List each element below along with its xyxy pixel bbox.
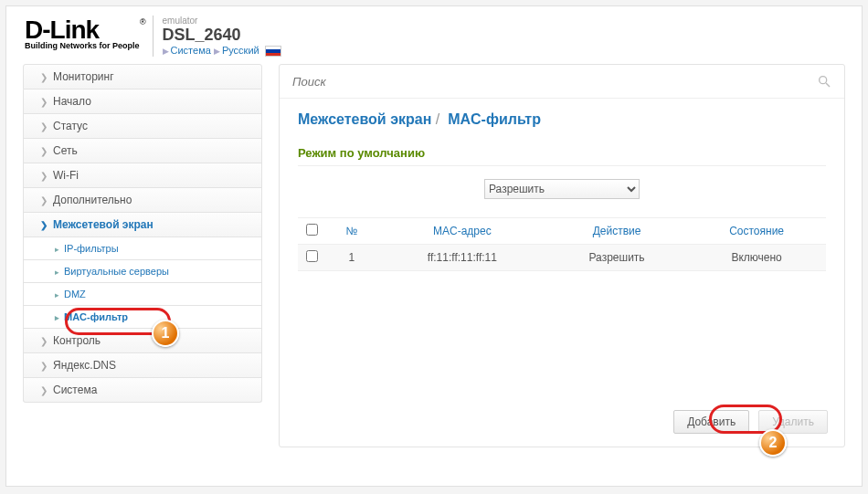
search-input[interactable] bbox=[292, 75, 817, 89]
sidebar-item-additional[interactable]: ❯Дополнительно bbox=[23, 188, 262, 213]
table-row[interactable]: 1 ff:11:ff:11:ff:11 Разрешить Включено bbox=[298, 245, 826, 271]
chevron-right-icon: ❯ bbox=[40, 146, 48, 156]
chevron-right-icon: ❯ bbox=[40, 195, 48, 205]
sidebar-sub-macfilter[interactable]: ▸MAC-фильтр bbox=[23, 306, 262, 329]
chevron-right-icon: ❯ bbox=[40, 171, 48, 181]
search-icon[interactable] bbox=[817, 74, 831, 89]
cell-action: Разрешить bbox=[546, 245, 687, 271]
cell-mac: ff:11:ff:11:ff:11 bbox=[378, 245, 546, 271]
sidebar-item-system[interactable]: ❯Система bbox=[23, 378, 262, 403]
sidebar-item-start[interactable]: ❯Начало bbox=[23, 89, 262, 114]
sidebar-item-label: Система bbox=[53, 384, 97, 396]
sidebar-item-status[interactable]: ❯Статус bbox=[23, 114, 262, 139]
chevron-right-icon: ▸ bbox=[55, 268, 59, 277]
section-title-mode: Режим по умолчанию bbox=[298, 137, 826, 166]
sidebar-item-label: Wi-Fi bbox=[53, 169, 79, 182]
mac-table: № MAC-адрес Действие Состояние 1 ff:11:f… bbox=[298, 217, 826, 271]
logo-block: D-Link Building Networks for People bbox=[25, 16, 140, 50]
chevron-right-icon: ❯ bbox=[40, 121, 48, 131]
sidebar-sub-vservers[interactable]: ▸Виртуальные серверы bbox=[23, 260, 262, 283]
emulator-label: emulator bbox=[163, 16, 281, 26]
sidebar-item-label: Сеть bbox=[53, 144, 78, 157]
svg-point-0 bbox=[820, 77, 827, 84]
sidebar-item-wifi[interactable]: ❯Wi-Fi bbox=[23, 163, 262, 188]
chevron-right-icon: ❯ bbox=[40, 361, 48, 371]
sidebar-item-label: Дополнительно bbox=[53, 194, 132, 206]
breadcrumb: ▶Система ▶Русский bbox=[163, 45, 281, 57]
chevron-right-icon: ❯ bbox=[40, 72, 48, 82]
sidebar-item-label: Статус bbox=[53, 120, 88, 132]
sidebar-item-control[interactable]: ❯Контроль bbox=[23, 329, 262, 353]
sidebar-item-label: Мониторинг bbox=[53, 70, 114, 83]
mode-select[interactable]: Разрешить bbox=[484, 179, 640, 199]
sidebar-sub-label: Виртуальные серверы bbox=[64, 266, 169, 277]
sidebar-item-network[interactable]: ❯Сеть bbox=[23, 139, 262, 163]
sidebar-sub-label: DMZ bbox=[64, 289, 86, 300]
svg-line-1 bbox=[826, 83, 830, 87]
flag-ru-icon bbox=[265, 46, 281, 57]
sidebar-sub-label: IP-фильтры bbox=[64, 243, 119, 254]
title-page: MAC-фильтр bbox=[448, 111, 541, 127]
crumb-lang[interactable]: Русский bbox=[222, 45, 259, 56]
row-checkbox[interactable] bbox=[306, 250, 318, 262]
header-right: emulator DSL_2640 ▶Система ▶Русский bbox=[153, 16, 281, 57]
title-crumb: Межсетевой экран bbox=[298, 111, 431, 127]
main-panel: Межсетевой экран / MAC-фильтр Режим по у… bbox=[279, 64, 845, 447]
model-name: DSL_2640 bbox=[163, 26, 281, 45]
chevron-right-icon: ▸ bbox=[55, 313, 59, 322]
sidebar-sub-label: MAC-фильтр bbox=[64, 311, 128, 322]
mode-row: Разрешить bbox=[298, 166, 826, 212]
chevron-right-icon: ❯ bbox=[40, 97, 48, 107]
sidebar-item-firewall[interactable]: ❯Межсетевой экран bbox=[23, 213, 262, 237]
sidebar-item-monitoring[interactable]: ❯Мониторинг bbox=[23, 64, 262, 89]
chevron-right-icon: ❯ bbox=[40, 336, 48, 346]
col-action: Действие bbox=[546, 218, 687, 245]
sidebar-sub-dmz[interactable]: ▸DMZ bbox=[23, 283, 262, 306]
cell-num: 1 bbox=[325, 245, 378, 271]
sidebar-item-label: Яндекс.DNS bbox=[53, 359, 116, 372]
brand-logo: D-Link bbox=[25, 16, 140, 45]
chevron-right-icon: ▸ bbox=[55, 290, 59, 300]
crumb-system[interactable]: Система bbox=[171, 45, 211, 56]
col-state: Состояние bbox=[687, 218, 826, 245]
search-bar bbox=[280, 65, 844, 99]
delete-button: Удалить bbox=[758, 410, 828, 434]
sidebar-item-label: Контроль bbox=[53, 334, 101, 347]
sidebar-item-label: Межсетевой экран bbox=[53, 218, 153, 231]
chevron-down-icon: ❯ bbox=[40, 220, 48, 230]
page-title: Межсетевой экран / MAC-фильтр bbox=[280, 99, 844, 137]
col-num: № bbox=[325, 218, 378, 245]
select-all-checkbox[interactable] bbox=[306, 224, 318, 236]
add-button[interactable]: Добавить bbox=[673, 410, 749, 434]
sidebar-item-yandexdns[interactable]: ❯Яндекс.DNS bbox=[23, 353, 262, 378]
cell-state: Включено bbox=[687, 245, 826, 271]
chevron-right-icon: ❯ bbox=[40, 385, 48, 395]
header: D-Link Building Networks for People emul… bbox=[6, 6, 862, 64]
sidebar: ❯Мониторинг ❯Начало ❯Статус ❯Сеть ❯Wi-Fi… bbox=[23, 64, 262, 447]
sidebar-sub-ipfilters[interactable]: ▸IP-фильтры bbox=[23, 237, 262, 260]
sidebar-item-label: Начало bbox=[53, 95, 91, 108]
chevron-right-icon: ▸ bbox=[55, 245, 59, 254]
col-mac: MAC-адрес bbox=[378, 218, 546, 245]
title-sep: / bbox=[436, 111, 439, 127]
chevron-right-icon: ▶ bbox=[214, 47, 220, 56]
chevron-right-icon: ▶ bbox=[163, 47, 169, 56]
